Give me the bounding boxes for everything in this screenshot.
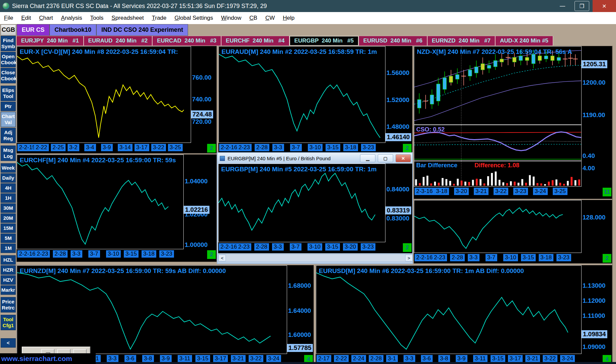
sidebar-button-week[interactable]: Week [1,163,16,173]
chart-tab[interactable]: EURJPY 240 Min #1 [16,36,84,46]
time-label: 2-28 [255,144,269,151]
sidebar-button-ptr[interactable]: Ptr [1,102,16,111]
chart-title: EURNZD[M] 240 Min #7 2022-03-25 16:59:00… [20,267,226,275]
sidebar-button-chart-val[interactable]: Chart Val [1,112,16,127]
minimize-button[interactable]: ▁ [360,154,375,162]
sidebar-button-5m[interactable]: 5M [1,234,16,243]
time-label: 3-23 [361,243,375,251]
time-label: 3-3 [272,243,284,251]
sidebar-button-close-cbook[interactable]: Close Cbook [1,68,16,83]
maximize-button[interactable]: ▢ [378,154,393,162]
chart-tab[interactable]: AUD-X 240 Min #5 [495,36,553,46]
chart-tab[interactable]: EURUSD 240 Min #6 [359,36,427,46]
eurgbp-window-title: EURGBP[M] 240 Min #5 | Euro / British Po… [228,156,331,161]
eurjpy-plot-area[interactable] [414,200,582,253]
last-price-label: 1.02216 [184,206,209,214]
chart-window-euraud: EURAUD[M] 240 Min #2 2022-03-25 16:58:59… [218,46,413,154]
horizontal-scrollbar[interactable]: < > [218,254,413,262]
eurusd-plot-area[interactable]: EURUSD[M] 240 Min #6 2022-03-25 16:59:00… [316,265,582,354]
menu-item-chart[interactable]: Chart [35,15,57,21]
chart-tab[interactable]: EURAUD 240 Min #2 [84,36,153,46]
euraud-plot-area[interactable]: EURAUD[M] 240 Min #2 2022-03-25 16:58:59… [218,46,385,143]
sidebar-button-markr[interactable]: Markr [1,285,16,295]
time-label: 3-22 [249,355,263,362]
price-label: 720.00 [192,118,211,125]
sidebar-button-open-cbook[interactable]: Open Cbook [1,52,16,67]
menu-item-window[interactable]: Window [217,15,245,21]
sidebar-button-hzl[interactable]: HZL [1,255,16,265]
menu-item-cw[interactable]: CW [261,15,279,21]
cgb-button[interactable]: CGB [1,24,16,35]
price-label: 1.56000 [386,69,410,77]
menu-item-help[interactable]: Help [279,15,298,21]
sidebar-button-1h[interactable]: 1H [1,193,16,203]
menu-item-analysis[interactable]: Analysis [57,15,86,21]
menu-item-file[interactable]: File [0,15,17,21]
time-label: 3-15 [326,144,340,151]
chart-title: NZD-X[M] 240 Min #7 2022-03-25 16:59:04 … [417,48,572,56]
time-label: 2-23 [35,250,50,258]
menu-item-tools[interactable]: Tools [86,15,108,21]
close-button[interactable]: ✕ [395,154,411,162]
scroll-left-arrow[interactable]: < [218,255,226,261]
menu-item-global-settings[interactable]: Global Settings [171,15,217,21]
close-button[interactable]: ✕ [593,0,616,12]
sidebar-button-adj-reg[interactable]: Adj Reg [1,128,16,143]
price-label: 1.11000 [583,312,605,320]
time-label: 3-21 [525,355,540,362]
bar-difference-panel[interactable]: Bar Difference Difference: 1.08 [414,161,582,187]
eurgbp-plot-area[interactable]: EURGBP[M] 240 Min #5 2022-03-25 16:59:00… [218,164,385,242]
time-label: 3-15 [195,355,210,362]
sidebar-button-msg-log[interactable]: Msg Log [1,146,16,161]
sidebar-button-15m[interactable]: 15M [1,223,16,233]
sidebar-button-find-symb[interactable]: Find Symb [1,36,16,51]
bar-difference-label: Bar Difference [416,162,457,169]
chartbook-tab[interactable]: IND DC CSO 240 Experiment [96,24,188,36]
sidebar-button-hzv[interactable]: HZV [1,275,16,285]
time-label: 3-1 [386,355,398,362]
chartbook-tab[interactable]: Chartbook10 [50,24,96,36]
chartbook-tab[interactable]: EUR CS [17,24,50,36]
time-label: 2-23 [237,144,252,151]
sidebar-button-tool-cfg1[interactable]: Tool Cfg1 [1,315,16,330]
chartbook-tab-bar: CGB EUR CSChartbook10IND DC CSO 240 Expe… [0,24,616,36]
cso-panel[interactable]: CSO: 0.52 [414,125,582,161]
nzdx-plot-area[interactable]: NZD-X[M] 240 Min #7 2022-03-25 16:59:04 … [414,46,582,125]
sidebar-button-30m[interactable]: 30M [1,203,16,213]
sidebar-button-elips-tool[interactable]: Elips Tool [1,86,16,101]
menu-item-cb[interactable]: CB [245,15,261,21]
eurchf-plot-area[interactable]: EURCHF[M] 240 Min #4 2022-03-25 16:59:00… [17,155,184,249]
sidebar-button-daily[interactable]: Daily [1,173,16,183]
time-label: 3-4 [84,144,96,151]
time-label: 3-11 [178,355,192,362]
time-label: 2-28 [53,250,68,258]
time-label: 3-15 [521,254,536,261]
sidebar-button-price-retrc[interactable]: Price Retrc [1,297,16,312]
minimize-button[interactable]: — [554,1,571,11]
time-label: 3-10 [503,254,518,261]
chart-title: EURUSD[M] 240 Min #6 2022-03-25 16:59:00… [319,267,524,275]
time-label: 3-21 [474,188,489,195]
price-label: 1.13000 [583,282,606,289]
eurx-plot-area[interactable]: EUR-X [CV-D][M] 240 Min #8 2022-03-25 16… [17,46,191,143]
sidebar-button-hzr[interactable]: HZR [1,265,16,275]
sidebar-button-1m[interactable]: 1M [1,244,16,253]
sierrachart-link[interactable]: www.sierrachart.com [0,355,72,363]
eurnzd-plot-area[interactable]: EURNZD[M] 240 Min #7 2022-03-25 16:59:00… [17,265,287,354]
menu-item-trade[interactable]: Trade [148,15,171,21]
chart-tab[interactable]: EURCHF 240 Min #4 [221,36,289,46]
menu-item-edit[interactable]: Edit [17,15,35,21]
scroll-right-arrow[interactable]: > [405,255,413,261]
menu-item-spreadsheet[interactable]: Spreadsheet [107,15,148,21]
sidebar-button-20m[interactable]: 20M [1,213,16,223]
chart-tab[interactable]: EURCAD 240 Min #3 [152,36,221,46]
sidebar-button-[interactable]: < [1,338,16,348]
restore-button[interactable]: ❐ [575,1,589,11]
price-label: 1.04000 [185,178,208,185]
chart-tab[interactable]: EURGBP 240 Min #5 [289,36,359,46]
price-axis: 760.00740.00720.00724.48 [191,46,217,143]
update-interval-badge: 2 [403,144,412,153]
time-label: 3-23 [556,254,571,261]
sidebar-button-4h[interactable]: 4H [1,183,16,193]
chart-tab[interactable]: EURNZD 240 Min #7 [427,36,496,46]
